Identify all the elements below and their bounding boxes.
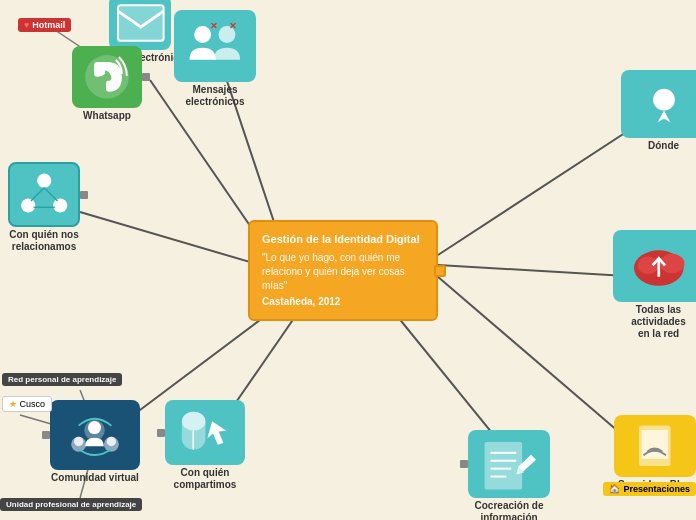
red-node: Red personal de aprendizaje <box>2 373 122 386</box>
todas-icon <box>622 237 696 295</box>
svg-point-22 <box>21 198 35 212</box>
cusco-label: ★ Cusco <box>2 396 52 412</box>
svg-point-36 <box>107 437 116 446</box>
hotmail-node[interactable]: ♥ Hotmail <box>18 18 71 32</box>
donde-icon <box>630 77 697 131</box>
compartimos-label: Con quiéncompartimos <box>174 467 237 491</box>
central-title: Gestión de la Identidad Digital <box>262 232 424 247</box>
svg-line-24 <box>31 188 44 201</box>
seguidora-node[interactable]: Seguidora Blog <box>614 415 696 491</box>
central-author: Castañeda, 2012 <box>262 295 424 309</box>
unidad-label: Unidad profesional de aprendizaje <box>0 498 142 511</box>
cocreacion-node[interactable]: Cocreación deinformación <box>468 430 550 520</box>
cocreacion-icon <box>476 437 542 491</box>
whatsapp-icon <box>79 52 135 102</box>
connector-pip <box>142 73 150 81</box>
svg-point-35 <box>74 437 83 446</box>
comunidad-node[interactable]: Comunidad virtual <box>50 400 140 484</box>
todas-label: Todas las actividadesen la red <box>611 304 696 340</box>
svg-line-2 <box>80 212 260 265</box>
cocreacion-label: Cocreación deinformación <box>475 500 544 520</box>
svg-line-25 <box>44 188 57 201</box>
svg-point-29 <box>637 257 658 275</box>
presentaciones-label: 🏠 Presentaciones <box>603 482 696 496</box>
unidad-node: Unidad profesional de aprendizaje <box>0 498 142 511</box>
connector-pip2 <box>80 191 88 199</box>
mind-map: ♥ Hotmail Correo electrónico <box>0 0 696 520</box>
donde-node[interactable]: Dónde <box>621 70 696 152</box>
connector-pip5 <box>460 460 468 468</box>
svg-text:✕: ✕ <box>210 21 218 31</box>
compartimos-icon <box>173 407 237 459</box>
svg-point-34 <box>88 421 101 434</box>
svg-line-8 <box>430 270 640 450</box>
svg-point-23 <box>53 198 67 212</box>
central-connector <box>434 265 446 277</box>
mensajes-node[interactable]: ✕ ✕ Mensajes electrónicos <box>170 10 260 108</box>
svg-rect-14 <box>118 5 164 41</box>
red-label: Red personal de aprendizaje <box>2 373 122 386</box>
whatsapp-label: Whatsapp <box>83 110 131 122</box>
compartimos-node[interactable]: Con quiéncompartimos <box>165 400 245 491</box>
svg-point-17 <box>194 26 211 43</box>
todas-node[interactable]: Todas las actividadesen la red <box>611 230 696 340</box>
central-node[interactable]: Gestión de la Identidad Digital "Lo que … <box>248 220 438 321</box>
central-quote: "Lo que yo hago, con quién me relaciono … <box>262 251 424 293</box>
whatsapp-node[interactable]: Whatsapp <box>72 46 142 122</box>
svg-text:✕: ✕ <box>229 21 237 31</box>
svg-point-21 <box>37 174 51 188</box>
comunidad-label: Comunidad virtual <box>51 472 139 484</box>
svg-point-47 <box>653 448 657 452</box>
seguidora-icon <box>622 421 688 471</box>
hotmail-label: ♥ Hotmail <box>18 18 71 32</box>
cusco-node[interactable]: ★ Cusco <box>2 396 52 412</box>
svg-rect-40 <box>485 442 523 489</box>
mensajes-icon: ✕ ✕ <box>182 17 248 75</box>
donde-label: Dónde <box>648 140 679 152</box>
mensajes-label: Mensajes electrónicos <box>170 84 260 108</box>
relacionamos-node[interactable]: Con quién nosrelacionamos <box>8 162 80 253</box>
comunidad-icon <box>59 407 131 463</box>
svg-point-27 <box>653 89 675 111</box>
email-icon <box>116 1 166 45</box>
relacionamos-label: Con quién nosrelacionamos <box>9 229 78 253</box>
connector-pip3 <box>42 431 50 439</box>
relacionamos-icon <box>17 170 71 219</box>
connector-pip4 <box>157 429 165 437</box>
presentaciones-node[interactable]: 🏠 Presentaciones <box>603 482 696 496</box>
svg-rect-38 <box>182 411 206 430</box>
